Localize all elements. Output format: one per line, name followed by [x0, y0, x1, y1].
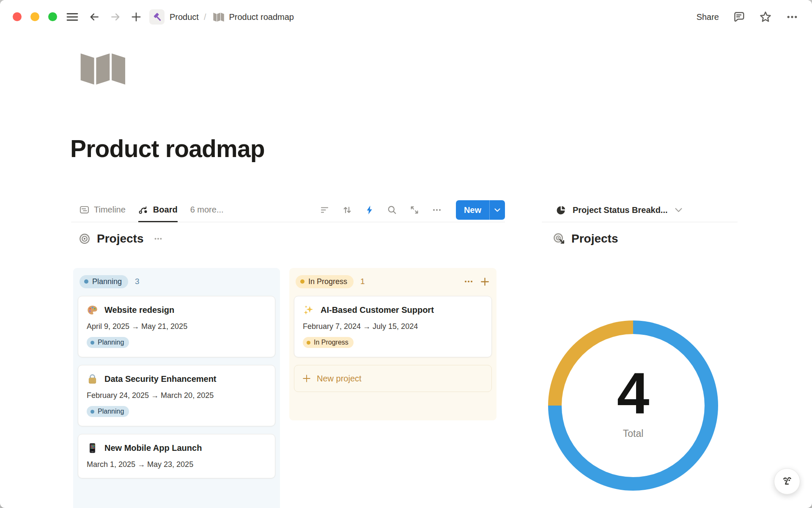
column-in-progress-header: In Progress 1: [294, 273, 492, 290]
favorite-star-button[interactable]: [759, 10, 772, 24]
status-donut-chart: 4 Total: [548, 320, 718, 491]
status-dot-blue: [84, 279, 88, 284]
status-dot-blue: [91, 410, 94, 414]
board-section: Timeline Board 6 more...: [71, 198, 505, 508]
status-label: In Progress: [308, 277, 347, 286]
card-ai-support[interactable]: AI-Based Customer Support February 7, 20…: [294, 296, 492, 357]
tab-board[interactable]: Board: [138, 198, 178, 222]
chart-section: Project Status Breakd... Projects 4 Tota…: [542, 198, 738, 508]
card-title: Website redesign: [104, 305, 174, 315]
share-button[interactable]: Share: [697, 12, 719, 22]
new-project-label: New project: [317, 374, 362, 384]
close-window-button[interactable]: [13, 12, 22, 21]
lock-icon: [87, 373, 98, 385]
pie-chart-icon: [556, 205, 566, 215]
ai-face-icon: [779, 474, 795, 489]
card-data-security[interactable]: Data Security Enhancement February 24, 2…: [78, 365, 275, 426]
status-pill-planning[interactable]: Planning: [80, 275, 128, 288]
hamburger-icon: [66, 12, 78, 22]
total-label: Total: [623, 428, 644, 439]
chevron-down-icon: [675, 208, 682, 213]
comments-button[interactable]: [732, 11, 745, 23]
new-tab-button[interactable]: [130, 0, 143, 34]
map-icon: [212, 11, 224, 23]
sidebar-toggle-button[interactable]: [66, 0, 79, 34]
new-project-button[interactable]: New project: [294, 365, 492, 392]
page-title[interactable]: Product roadmap: [70, 135, 265, 163]
donut-center: 4 Total: [548, 320, 718, 491]
board-icon: [138, 205, 148, 215]
target-link-icon: [553, 233, 565, 245]
card-status-tag: In Progress: [303, 337, 354, 348]
new-button[interactable]: New: [456, 205, 489, 215]
chart-section-title: Projects: [571, 232, 618, 246]
column-planning-header: Planning 3: [78, 273, 275, 290]
zoom-window-button[interactable]: [48, 12, 57, 21]
hammer-icon: [152, 12, 162, 22]
tab-more-label: 6 more...: [190, 205, 224, 215]
palette-icon: [87, 304, 98, 316]
sort-button[interactable]: [342, 205, 352, 215]
sparkles-icon: [303, 304, 314, 316]
column-more-button[interactable]: [463, 276, 474, 287]
tab-more-views[interactable]: 6 more...: [190, 198, 224, 222]
tab-board-label: Board: [153, 205, 178, 215]
mobile-phone-icon: [87, 442, 98, 454]
card-status-tag-label: In Progress: [314, 339, 348, 346]
breadcrumb: Product / Product roadmap: [149, 0, 294, 34]
status-dot-yellow: [307, 341, 310, 345]
breadcrumb-workspace-chip[interactable]: [149, 9, 165, 25]
breadcrumb-workspace-label[interactable]: Product: [170, 12, 199, 22]
status-dot-blue: [91, 341, 94, 345]
target-icon: [79, 233, 91, 245]
chart-title-row[interactable]: Projects: [553, 232, 618, 246]
view-toolbar: New: [320, 200, 505, 220]
breadcrumb-separator: /: [204, 12, 206, 22]
card-website-redesign[interactable]: Website redesign April 9, 2025 → May 21,…: [78, 296, 275, 357]
new-dropdown-button[interactable]: [490, 200, 505, 220]
tab-timeline[interactable]: Timeline: [80, 198, 126, 222]
topbar-actions: Share: [697, 0, 798, 34]
card-mobile-app[interactable]: New Mobile App Launch March 1, 2025 → Ma…: [78, 434, 275, 478]
card-status-tag-label: Planning: [98, 408, 124, 415]
window-titlebar: Product / Product roadmap Share: [0, 0, 812, 34]
filter-button[interactable]: [320, 205, 330, 215]
ai-assistant-button[interactable]: [774, 468, 800, 494]
board-options-button[interactable]: [153, 234, 163, 244]
card-date-range: March 1, 2025 → May 23, 2025: [87, 460, 266, 469]
card-date-range: April 9, 2025 → May 21, 2025: [87, 322, 266, 331]
card-date-range: February 24, 2025 → March 20, 2025: [87, 391, 266, 400]
card-title: Data Security Enhancement: [104, 374, 217, 384]
chart-view-selector[interactable]: Project Status Breakd...: [542, 198, 738, 222]
forward-button[interactable]: [109, 0, 122, 34]
search-button[interactable]: [387, 205, 397, 215]
plus-icon: [302, 374, 311, 383]
card-date-range: February 7, 2024 → July 15, 2024: [303, 322, 483, 331]
chart-view-selector-label: Project Status Breakd...: [573, 205, 668, 215]
more-options-button[interactable]: [786, 11, 798, 23]
tab-timeline-label: Timeline: [94, 205, 126, 215]
plus-icon: [131, 11, 142, 22]
new-button-group: New: [456, 200, 505, 220]
board-title-row: Projects: [79, 232, 163, 246]
card-title: AI-Based Customer Support: [321, 305, 434, 315]
back-button[interactable]: [88, 0, 101, 34]
column-add-card-button[interactable]: [479, 276, 490, 287]
expand-view-button[interactable]: [409, 205, 420, 215]
window-controls: [13, 12, 57, 21]
timeline-icon: [80, 205, 89, 215]
card-status-tag-label: Planning: [98, 339, 124, 346]
minimize-window-button[interactable]: [30, 12, 39, 21]
page-icon-map[interactable]: [77, 47, 126, 89]
status-pill-in-progress[interactable]: In Progress: [296, 275, 354, 288]
column-in-progress: In Progress 1: [289, 268, 497, 420]
view-more-button[interactable]: [432, 205, 442, 215]
card-title: New Mobile App Launch: [104, 443, 202, 453]
breadcrumb-page-label[interactable]: Product roadmap: [229, 12, 294, 22]
status-label: Planning: [92, 277, 122, 286]
column-count: 3: [135, 277, 140, 286]
arrow-right-icon: [110, 11, 121, 22]
card-status-tag: Planning: [87, 406, 129, 417]
lightning-automations-button[interactable]: [365, 205, 375, 215]
chevron-down-icon: [494, 208, 500, 212]
